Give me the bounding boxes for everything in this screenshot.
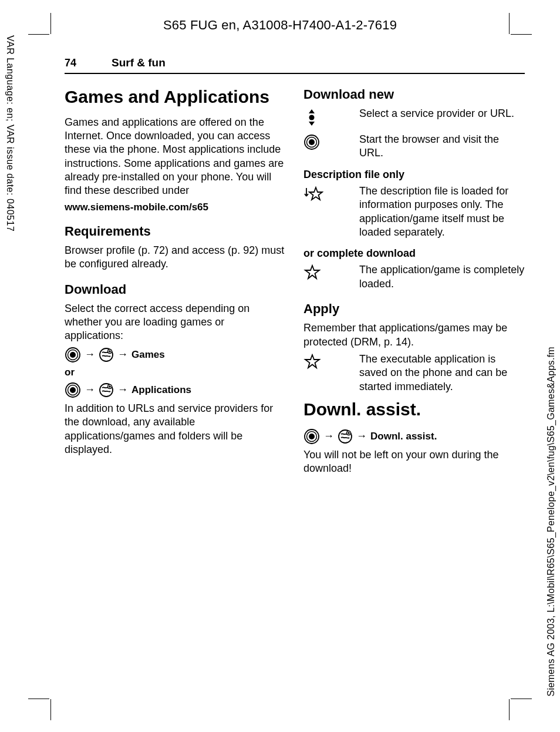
step-text: The executable application is saved on t… (359, 352, 525, 394)
arrow-icon: → (356, 430, 367, 442)
requirements-text: Browser profile (p. 72) and access (p. 9… (65, 244, 286, 271)
arrow-icon: → (117, 384, 128, 396)
nav-label-applications: Applications (131, 384, 191, 396)
document-header: S65 FUG en, A31008-H7400-A1-2-7619 (0, 18, 560, 33)
nav-path-downl-assist: → → Downl. assist. (303, 428, 525, 445)
intro-paragraph: Games and applications are offered on th… (65, 116, 286, 198)
globe-icon (99, 382, 114, 398)
heading-requirements: Requirements (65, 224, 286, 239)
nav-label-downl-assist: Downl. assist. (370, 431, 437, 442)
or-label: or (65, 367, 286, 378)
arrow-icon: → (117, 348, 128, 361)
page-header-row: 74 Surf & fun (65, 56, 525, 74)
heading-complete-download: or complete download (303, 247, 525, 260)
nav-path-applications: → → Applications (65, 382, 286, 398)
center-key-icon (65, 347, 81, 363)
assist-text: You will not be left on your own during … (303, 448, 525, 476)
download-text: Select the correct access depending on w… (65, 302, 286, 343)
crop-mark (509, 13, 510, 34)
svg-point-10 (309, 115, 315, 120)
crop-mark (28, 699, 49, 699)
step-complete-download: The application/game is completely loade… (303, 263, 525, 291)
globe-icon (99, 347, 114, 362)
right-margin-meta: Siemens AG 2003, L:\Mobil\R65\S65_Penelo… (546, 347, 556, 697)
left-margin-meta: VAR Language: en; VAR issue date: 040517 (5, 35, 15, 231)
crop-mark (28, 34, 49, 35)
siemens-url: www.siemens-mobile.com/s65 (65, 202, 286, 213)
star-icon (303, 263, 359, 281)
step-select-provider: Select a service provider or URL. (303, 107, 525, 127)
step-text: The application/game is completely loade… (359, 263, 525, 291)
step-start-browser: Start the browser and visit the URL. (303, 133, 525, 160)
crop-mark (50, 13, 51, 34)
crop-mark (509, 699, 510, 720)
svg-point-7 (70, 387, 76, 393)
step-apply: The executable application is saved on t… (303, 352, 525, 394)
nav-updown-icon (303, 107, 359, 127)
right-column: Download new Select a service provider o… (303, 87, 525, 479)
page-number: 74 (65, 57, 112, 69)
center-key-icon (303, 428, 320, 445)
svg-point-2 (70, 352, 76, 358)
heading-games-apps: Games and Applications (65, 87, 286, 108)
apply-intro-text: Remember that applications/games may be … (303, 321, 525, 349)
section-name: Surf & fun (112, 56, 166, 69)
heading-apply: Apply (303, 301, 525, 317)
arrow-icon: → (323, 430, 334, 442)
step-text: The description file is loaded for infor… (359, 184, 525, 240)
star-icon (303, 352, 359, 370)
download-footer-text: In addition to URLs and service provider… (65, 402, 286, 457)
svg-point-16 (309, 434, 315, 439)
step-description-file: The description file is loaded for infor… (303, 184, 525, 240)
step-text: Start the browser and visit the URL. (359, 133, 525, 160)
globe-icon (338, 429, 353, 444)
heading-downl-assist: Downl. assist. (303, 399, 525, 420)
heading-download-new: Download new (303, 87, 525, 102)
arrow-icon: → (85, 348, 95, 361)
nav-path-games: → → Games (65, 347, 286, 363)
download-star-icon (303, 184, 359, 203)
svg-point-13 (309, 139, 315, 145)
center-key-icon (65, 382, 81, 398)
step-text: Select a service provider or URL. (359, 107, 525, 120)
center-key-icon (303, 133, 359, 150)
crop-mark (511, 34, 532, 35)
crop-mark (511, 699, 532, 699)
heading-download: Download (65, 282, 286, 297)
nav-label-games: Games (131, 349, 165, 361)
crop-mark (50, 699, 51, 720)
left-column: Games and Applications Games and applica… (65, 87, 286, 479)
arrow-icon: → (85, 384, 95, 396)
heading-description-file: Description file only (303, 169, 525, 181)
